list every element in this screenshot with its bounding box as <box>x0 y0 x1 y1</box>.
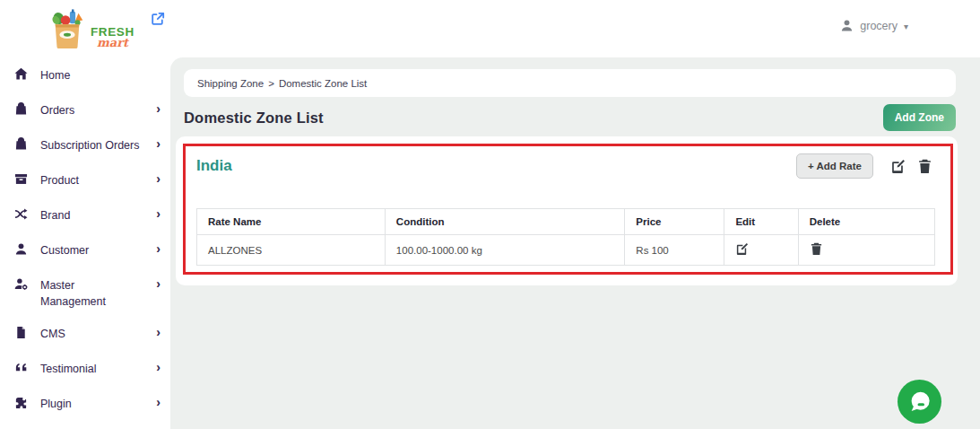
col-delete: Delete <box>798 209 934 235</box>
master-management-person-gear-icon <box>14 277 29 292</box>
sidebar-item-brand[interactable]: Brand › <box>14 206 160 226</box>
product-archive-icon <box>14 172 29 187</box>
table-header-row: Rate Name Condition Price Edit Delete <box>197 209 935 235</box>
external-link-icon[interactable] <box>151 12 165 26</box>
sidebar-item-product[interactable]: Product › <box>14 171 160 191</box>
edit-zone-icon[interactable] <box>890 159 906 174</box>
rates-table: Rate Name Condition Price Edit Delete AL… <box>196 208 935 266</box>
col-condition: Condition <box>385 209 624 235</box>
testimonial-quote-icon <box>14 361 29 375</box>
sidebar: FRESH mart Home Orders › <box>0 0 170 429</box>
plugin-puzzle-icon <box>14 396 29 410</box>
cms-file-icon <box>14 326 29 340</box>
home-icon <box>14 67 29 82</box>
sidebar-item-plugin[interactable]: Plugin › <box>14 395 160 415</box>
app-root: FRESH mart Home Orders › <box>0 0 980 429</box>
chevron-right-icon: › <box>156 395 160 410</box>
edit-rate-icon[interactable] <box>735 242 749 256</box>
chevron-right-icon: › <box>156 325 160 340</box>
page-title: Domestic Zone List <box>184 109 324 127</box>
sidebar-item-master-management[interactable]: Master Management › <box>14 276 160 310</box>
sidebar-item-home[interactable]: Home <box>14 66 160 86</box>
breadcrumb-separator: > <box>268 78 274 89</box>
caret-down-icon: ▾ <box>904 22 908 31</box>
brand-shuffle-icon <box>14 207 29 222</box>
page-header: Domestic Zone List Add Zone <box>184 102 956 133</box>
chevron-right-icon: › <box>156 360 160 375</box>
user-label: grocery <box>860 20 898 32</box>
chevron-right-icon: › <box>156 136 160 152</box>
chevron-right-icon: › <box>156 276 160 292</box>
breadcrumb-link-shipping-zone[interactable]: Shipping Zone <box>197 78 264 89</box>
chat-widget-button[interactable] <box>898 380 941 424</box>
user-menu[interactable]: grocery ▾ <box>840 19 908 32</box>
customer-person-icon <box>14 242 29 257</box>
sidebar-item-customer[interactable]: Customer › <box>14 241 160 261</box>
delete-rate-icon[interactable] <box>810 242 823 256</box>
subscription-bag-icon <box>14 137 29 152</box>
sidebar-menu: Home Orders › Subscription Orders › <box>14 66 160 415</box>
table-row: ALLZONES 100.00-1000.00 kg Rs 100 <box>197 235 935 266</box>
chat-bubble-icon <box>906 389 933 416</box>
user-avatar-icon <box>840 19 854 32</box>
col-edit: Edit <box>724 209 798 235</box>
brand-logo[interactable]: FRESH mart <box>47 6 134 55</box>
chevron-right-icon: › <box>156 101 160 117</box>
delete-zone-icon[interactable] <box>917 159 932 174</box>
breadcrumb-current-page: Domestic Zone List <box>279 78 367 89</box>
chevron-right-icon: › <box>156 206 160 222</box>
zone-actions: + Add Rate <box>796 153 932 179</box>
grocery-bag-logo-icon <box>47 6 88 55</box>
zone-card: India + Add Rate Rate Name Condition Pri… <box>176 136 958 285</box>
add-rate-button[interactable]: + Add Rate <box>796 153 873 179</box>
zone-name: India <box>196 157 232 175</box>
col-rate-name: Rate Name <box>197 209 386 235</box>
sidebar-item-subscription-orders[interactable]: Subscription Orders › <box>14 136 160 156</box>
sidebar-item-orders[interactable]: Orders › <box>14 101 160 121</box>
col-price: Price <box>625 209 724 235</box>
orders-bag-icon <box>14 102 29 117</box>
cell-condition: 100.00-1000.00 kg <box>385 235 624 266</box>
chevron-right-icon: › <box>156 241 160 257</box>
zone-card-header: India + Add Rate <box>196 152 932 180</box>
brand-name-mart: mart <box>97 37 134 48</box>
breadcrumb: Shipping Zone > Domestic Zone List <box>184 69 956 97</box>
cell-price: Rs 100 <box>625 235 724 266</box>
chevron-right-icon: › <box>156 171 160 187</box>
add-zone-button[interactable]: Add Zone <box>883 104 956 131</box>
sidebar-item-testimonial[interactable]: Testimonial › <box>14 360 160 380</box>
sidebar-item-cms[interactable]: CMS › <box>14 325 160 345</box>
cell-rate-name: ALLZONES <box>197 235 386 266</box>
